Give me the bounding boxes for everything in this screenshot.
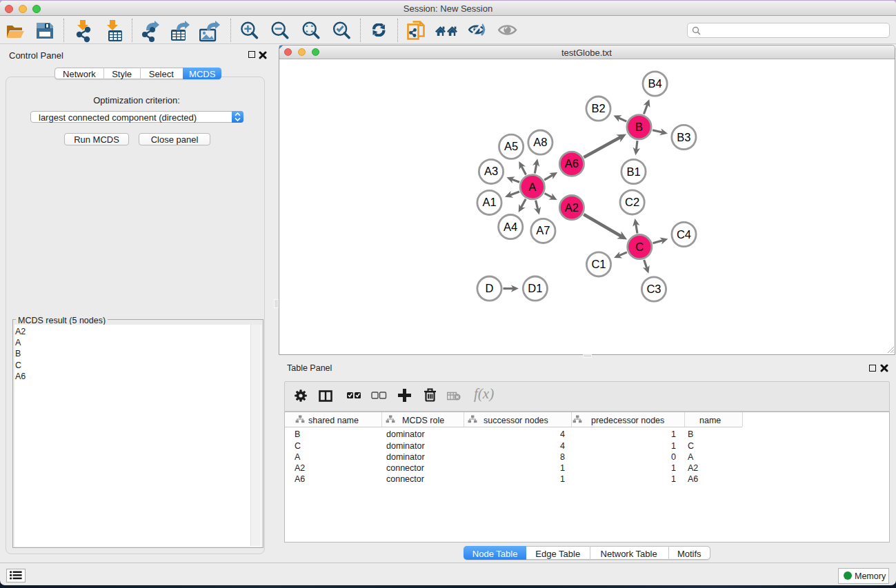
svg-text:A6: A6: [565, 157, 579, 170]
svg-text:D1: D1: [528, 282, 542, 294]
svg-text:A4: A4: [504, 221, 517, 233]
svg-text:A5: A5: [504, 140, 518, 152]
svg-text:A3: A3: [484, 165, 498, 177]
svg-text:A2: A2: [565, 201, 579, 214]
svg-text:C4: C4: [677, 228, 691, 241]
svg-text:A: A: [528, 181, 536, 193]
svg-text:B2: B2: [591, 102, 605, 114]
svg-text:C1: C1: [591, 258, 606, 270]
svg-text:A1: A1: [482, 196, 496, 208]
svg-text:B3: B3: [677, 131, 690, 143]
svg-text:B: B: [635, 121, 643, 133]
svg-text:C3: C3: [646, 283, 661, 295]
svg-text:B1: B1: [626, 165, 640, 178]
svg-text:C: C: [635, 241, 644, 253]
svg-text:B4: B4: [648, 77, 662, 90]
svg-text:C2: C2: [625, 196, 639, 208]
svg-text:A8: A8: [533, 136, 547, 148]
svg-text:D: D: [486, 282, 494, 294]
svg-text:A7: A7: [536, 224, 550, 236]
